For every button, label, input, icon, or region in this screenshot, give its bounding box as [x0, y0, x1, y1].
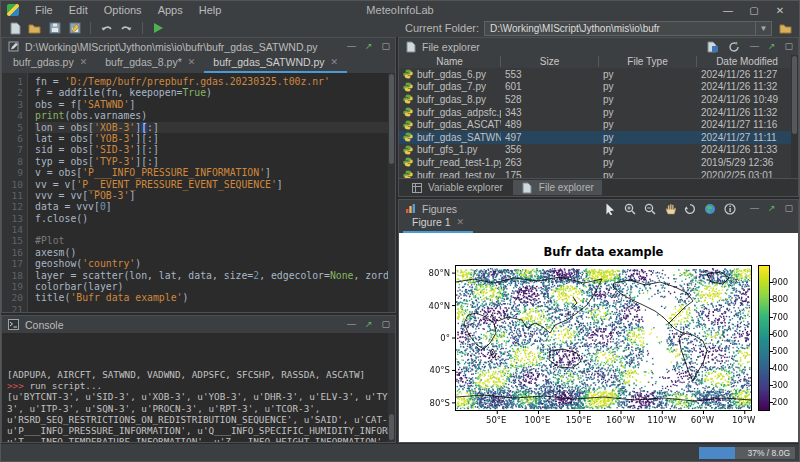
globe-icon[interactable]	[704, 202, 717, 215]
terminal-icon	[7, 318, 20, 331]
file-row[interactable]: bufr_gdas_SATWND.py497py2024/11/27 11:11	[399, 131, 798, 144]
code-editor[interactable]: 123456789101112131415161718192021 fn = '…	[2, 73, 395, 312]
figure-title: Bufr data example	[455, 245, 752, 259]
column-header-date-modified[interactable]: Date Modified	[697, 56, 798, 67]
file-explorer-title: File explorer	[422, 41, 480, 53]
console-line: [u'BYTCNT-3', u'SID-3', u'XOB-3', u'YOB-…	[7, 391, 385, 402]
code-line[interactable]: axesm()	[35, 247, 395, 258]
save-as-icon[interactable]	[66, 21, 83, 36]
code-line[interactable]	[35, 304, 395, 312]
current-folder-label: Current Folder:	[405, 22, 479, 34]
code-line[interactable]	[35, 224, 395, 235]
refresh-icon[interactable]	[728, 40, 741, 53]
code-line[interactable]: v = obs['P___INFO_PRESSURE_INFORMATION']	[35, 167, 395, 178]
code-line[interactable]: vv = v['P__EVENT_PRESSURE_EVENT_SEQUENCE…	[35, 179, 395, 190]
console-output[interactable]: [ADPUPA, AIRCFT, SATWND, VADWND, ADPSFC,…	[2, 333, 395, 442]
file-row[interactable]: bufr_gdas_7.py601py2024/11/26 11:32	[399, 81, 798, 94]
figure-canvas-area[interactable]: Bufr data example 50°E100°E150°E160°W110…	[399, 233, 798, 442]
file-table-scrollbar[interactable]	[791, 55, 798, 178]
open-file-icon[interactable]	[26, 21, 43, 36]
file-explorer-maximize-icon[interactable]: ▢	[784, 42, 793, 51]
menu-help[interactable]: Help	[191, 3, 230, 17]
figures-float-icon[interactable]: ↗	[768, 204, 776, 213]
file-row[interactable]: bufr_gdas_8.py528py2024/11/26 10:49	[399, 93, 798, 106]
code-line[interactable]: title('Bufr data example')	[35, 292, 395, 303]
code-line[interactable]: lon = obs['XOB-3'][:]	[35, 122, 395, 133]
new-file-icon[interactable]	[6, 21, 23, 36]
close-icon[interactable]: ✕	[331, 57, 339, 67]
code-line[interactable]: print(obs.varnames)	[35, 110, 395, 121]
window-close-button[interactable]: ✕	[767, 5, 793, 16]
menu-file[interactable]: File	[27, 3, 61, 17]
code-line[interactable]: data = vvv[0]	[35, 201, 395, 212]
code-line[interactable]: typ = obs['TYP-3'][:]	[35, 156, 395, 167]
zoom-out-icon[interactable]	[644, 202, 657, 215]
console-maximize-icon[interactable]: ▢	[381, 320, 390, 329]
current-folder-combo[interactable]: D:\Working\MIScript\Jython\mis\io\bufr ▼	[484, 21, 772, 36]
chevron-down-icon[interactable]: ▼	[755, 22, 771, 35]
figures-maximize-icon[interactable]: ▢	[784, 204, 793, 213]
code-line[interactable]: geoshow('country')	[35, 258, 395, 269]
window-minimize-button[interactable]: —	[715, 5, 741, 16]
run-script-icon[interactable]	[150, 21, 167, 36]
menu-options[interactable]: Options	[96, 3, 150, 17]
browse-folder-icon[interactable]	[777, 21, 794, 36]
file-row[interactable]: bufr_read_test.py175py2020/2/25 03:01	[399, 169, 798, 178]
info-icon[interactable]	[724, 202, 737, 215]
editor-scrollbar[interactable]	[388, 73, 395, 312]
file-explorer-minimize-icon[interactable]: —	[750, 42, 759, 51]
file-row[interactable]: bufr_gfs_1.py356py2024/11/26 11:33	[399, 144, 798, 157]
save-icon[interactable]	[46, 21, 63, 36]
select-cursor-icon[interactable]	[604, 202, 617, 215]
file-explorer-float-icon[interactable]: ↗	[768, 42, 776, 51]
code-line[interactable]: f = addfile(fn, keepopen=True)	[35, 87, 395, 98]
file-row[interactable]: bufr_read_test-1.py263py2019/5/29 12:36	[399, 156, 798, 169]
editor-tab[interactable]: bufr_gdas_SATWND.py✕	[204, 54, 347, 73]
tab-figure-1[interactable]: Figure 1✕	[403, 214, 473, 233]
file-table-header: NameSizeFile TypeDate Modified	[399, 55, 798, 68]
editor-maximize-icon[interactable]: ▢	[381, 42, 390, 51]
tab-variable-explorer[interactable]: Variable explorer	[402, 180, 511, 195]
code-line[interactable]: lat = obs['YOB-3'][:]	[35, 133, 395, 144]
code-line[interactable]: vvv = vv['POB-3']	[35, 190, 395, 201]
y-axis-tick-label: 40°N	[425, 301, 450, 311]
console-minimize-icon[interactable]: —	[347, 320, 356, 329]
code-line[interactable]: colorbar(layer)	[35, 281, 395, 292]
code-line[interactable]: fn = 'D:/Temp/bufr/prepbufr.gdas.2023032…	[35, 76, 395, 87]
file-row[interactable]: bufr_gdas_adpsfc.py343py2024/11/26 11:32	[399, 106, 798, 119]
column-header-file-type[interactable]: File Type	[599, 56, 697, 67]
console-line: >>> run script...	[7, 380, 385, 391]
close-icon[interactable]: ✕	[188, 57, 196, 67]
editor-tab[interactable]: bufr_gdas.py✕	[4, 54, 96, 73]
window-maximize-button[interactable]: ▢	[741, 5, 767, 16]
undo-icon[interactable]	[98, 21, 115, 36]
code-line[interactable]: #Plot	[35, 235, 395, 246]
console-scrollbar[interactable]	[388, 333, 395, 442]
figures-title: Figures	[422, 203, 457, 215]
pan-hand-icon[interactable]	[664, 202, 677, 215]
code-line[interactable]: layer = scatter(lon, lat, data, size=2, …	[35, 270, 395, 281]
column-header-size[interactable]: Size	[501, 56, 599, 67]
redo-icon[interactable]	[118, 21, 135, 36]
file-row[interactable]: bufr_gdas_ASCATW.py489py2024/11/27 11:16	[399, 118, 798, 131]
new-page-icon[interactable]	[706, 40, 719, 53]
zoom-in-icon[interactable]	[624, 202, 637, 215]
file-row[interactable]: bufr_gdas_6.py553py2024/11/26 11:27	[399, 68, 798, 81]
code-line[interactable]: f.close()	[35, 213, 395, 224]
rotate-icon[interactable]	[684, 202, 697, 215]
editor-tab[interactable]: bufr_gdas_8.py*✕	[96, 54, 204, 73]
y-axis-tick-label: 40°S	[425, 365, 450, 375]
figures-minimize-icon[interactable]: —	[750, 204, 759, 213]
menu-apps[interactable]: Apps	[150, 3, 191, 17]
console-float-icon[interactable]: ↗	[365, 320, 373, 329]
code-line[interactable]: sid = obs['SID-3'][:]	[35, 144, 395, 155]
close-icon[interactable]: ✕	[457, 217, 465, 227]
column-header-name[interactable]: Name	[399, 56, 501, 67]
tab-file-explorer[interactable]: File explorer	[513, 180, 602, 195]
editor-minimize-icon[interactable]: —	[347, 42, 356, 51]
code-line[interactable]: obs = f['SATWND']	[35, 99, 395, 110]
close-icon[interactable]: ✕	[80, 57, 88, 67]
variable-grid-icon	[410, 181, 423, 194]
editor-float-icon[interactable]: ↗	[365, 42, 373, 51]
menu-edit[interactable]: Edit	[61, 3, 96, 17]
